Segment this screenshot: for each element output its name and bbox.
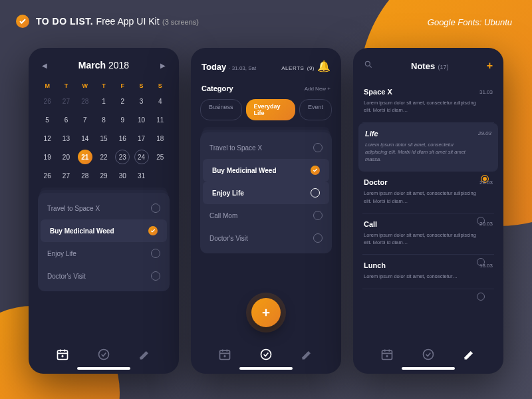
check-circle-icon[interactable] <box>421 347 436 362</box>
checked-icon[interactable] <box>148 226 158 235</box>
day-cell[interactable]: 29 <box>94 168 113 184</box>
pencil-icon[interactable] <box>462 347 477 362</box>
day-cell[interactable]: 25 <box>151 149 170 165</box>
calendar-grid[interactable]: 2627281234567891011121314151617181920212… <box>38 93 170 184</box>
pencil-icon[interactable] <box>300 347 315 362</box>
weekday: S <box>151 82 170 89</box>
task-row[interactable]: Buy Medicinal Weed <box>41 219 167 242</box>
day-cell[interactable]: 4 <box>151 93 170 109</box>
category-chip[interactable]: Everyday Life <box>246 99 295 120</box>
calendar-add-icon[interactable] <box>217 347 232 362</box>
task-label: Call Mom <box>209 212 237 219</box>
task-row[interactable]: Enjoy Life <box>38 242 170 265</box>
day-cell[interactable]: 10 <box>132 112 150 128</box>
task-label: Travel to Space X <box>47 205 100 212</box>
calendar-add-icon[interactable] <box>55 347 70 362</box>
day-cell[interactable]: 16 <box>113 130 132 146</box>
note-item[interactable]: Doctor28.03Lorem ipsum dolor sit amet, c… <box>362 172 494 213</box>
calendar-add-icon[interactable] <box>380 347 394 362</box>
note-date: 31.03 <box>479 89 493 95</box>
day-cell[interactable]: 18 <box>151 130 170 146</box>
note-marker-icon[interactable] <box>477 293 485 301</box>
day-cell[interactable]: 17 <box>132 130 150 146</box>
day-cell[interactable]: 13 <box>57 130 75 146</box>
day-cell[interactable]: 26 <box>38 93 57 109</box>
day-cell[interactable]: 12 <box>38 130 57 146</box>
notes-title: Notes <box>411 61 435 71</box>
fonts-label: Google Fonts: Ubuntu <box>428 17 512 27</box>
day-cell[interactable]: 20 <box>57 149 75 165</box>
task-label: Buy Medicinal Weed <box>50 227 114 235</box>
weekday: F <box>113 82 132 89</box>
add-task-fab[interactable] <box>251 298 281 327</box>
note-title: Call <box>364 220 377 228</box>
day-cell[interactable]: 26 <box>38 168 57 184</box>
day-cell[interactable]: 19 <box>38 149 57 165</box>
task-label: Doctor's Visit <box>47 273 86 280</box>
prev-month-icon[interactable]: ◀ <box>42 62 47 69</box>
unchecked-icon[interactable] <box>151 249 160 258</box>
day-cell[interactable]: 24 <box>134 150 149 164</box>
task-list: Travel to Space XBuy Medicinal WeedEnjoy… <box>200 132 332 253</box>
day-cell[interactable]: 31 <box>132 168 150 184</box>
checked-icon[interactable] <box>311 166 320 175</box>
day-cell[interactable]: 6 <box>57 112 75 128</box>
check-circle-icon[interactable] <box>259 347 273 362</box>
note-body: Lorem ipsum dolor sit amet, consectetur… <box>364 273 493 280</box>
tab-bar <box>191 347 341 362</box>
day-cell[interactable]: 3 <box>132 93 150 109</box>
add-new-button[interactable]: Add New + <box>305 86 331 92</box>
category-chip[interactable]: Event <box>299 99 332 120</box>
tab-bar <box>29 347 179 362</box>
note-item[interactable]: Life29.03Lorem ipsum dolor sit amet, con… <box>358 123 498 172</box>
day-cell[interactable]: 27 <box>57 93 75 109</box>
check-circle-icon[interactable] <box>96 347 111 362</box>
task-row[interactable]: Doctor's Visit <box>200 227 332 249</box>
note-item[interactable]: Call20.03Lorem ipsum dolor sit amet, con… <box>362 213 494 255</box>
day-cell[interactable]: 23 <box>115 150 130 164</box>
day-cell[interactable]: 15 <box>94 130 113 146</box>
day-cell[interactable]: 8 <box>94 112 113 128</box>
unchecked-icon[interactable] <box>313 143 323 152</box>
note-item[interactable]: Lunch18.03Lorem ipsum dolor sit amet, co… <box>362 255 494 289</box>
check-icon <box>16 15 29 28</box>
weekday: W <box>76 82 94 89</box>
search-icon[interactable] <box>364 60 373 72</box>
screen-calendar: ◀ March 2018 ▶ MTWTFSS 26272812345678910… <box>29 48 179 374</box>
next-month-icon[interactable]: ▶ <box>160 62 166 69</box>
unchecked-icon[interactable] <box>151 203 160 213</box>
category-chip[interactable]: Business <box>200 99 242 120</box>
weekday: T <box>57 82 75 89</box>
day-cell[interactable]: 2 <box>113 93 132 109</box>
unchecked-icon[interactable] <box>311 188 320 198</box>
day-cell[interactable]: 28 <box>76 168 94 184</box>
task-row[interactable]: Travel to Space X <box>38 197 170 219</box>
alerts-button[interactable]: ALERTS (9)🔔 <box>281 60 331 72</box>
task-row[interactable]: Call Mom <box>200 204 332 227</box>
note-item[interactable]: Space X31.03Lorem ipsum dolor sit amet, … <box>362 81 494 123</box>
note-body: Lorem ipsum dolor sit amet, consectetur … <box>364 190 493 205</box>
task-row[interactable]: Doctor's Visit <box>38 265 170 287</box>
category-chips: BusinessEveryday LifeEvent <box>200 99 332 120</box>
day-cell[interactable]: 27 <box>57 168 75 184</box>
unchecked-icon[interactable] <box>313 211 323 220</box>
pencil-icon[interactable] <box>138 347 152 362</box>
day-cell[interactable]: 21 <box>78 150 92 164</box>
home-indicator <box>402 367 455 370</box>
unchecked-icon[interactable] <box>151 271 160 281</box>
day-cell[interactable]: 22 <box>94 149 113 165</box>
day-cell[interactable]: 5 <box>38 112 57 128</box>
task-row[interactable]: Travel to Space X <box>200 136 332 159</box>
task-row[interactable]: Buy Medicinal Weed <box>203 159 329 182</box>
day-cell[interactable]: 1 <box>94 93 113 109</box>
day-cell[interactable]: 14 <box>76 130 94 146</box>
day-cell[interactable]: 11 <box>151 112 170 128</box>
day-cell[interactable]: 7 <box>76 112 94 128</box>
day-cell[interactable]: 30 <box>113 168 132 184</box>
day-cell[interactable]: 9 <box>113 112 132 128</box>
add-note-button[interactable]: + <box>487 60 493 72</box>
weekday: T <box>94 82 113 89</box>
day-cell[interactable]: 28 <box>76 93 94 109</box>
unchecked-icon[interactable] <box>313 233 323 243</box>
task-row[interactable]: Enjoy Life <box>203 182 329 204</box>
